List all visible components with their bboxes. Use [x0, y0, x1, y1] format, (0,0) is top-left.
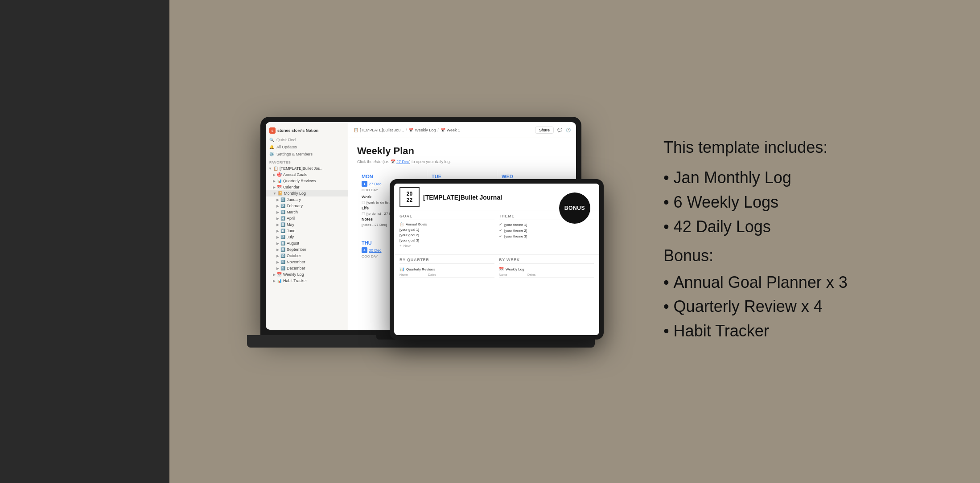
tablet-goal-3: [your goal 3]: [399, 238, 494, 242]
list-item-text: 6 Weekly Logs: [674, 192, 778, 213]
sidebar-item-monthly-log[interactable]: ▼ 📔 Monthly Log: [266, 190, 348, 196]
tablet-week-section: BY WEEK 📅 Weekly Log Name Dates: [499, 258, 594, 278]
right-content: This template includes: Jan Monthly Log …: [663, 138, 848, 345]
goal-1-label: [your goal 1]: [399, 228, 419, 232]
tablet-theme-2: ✓ [your theme 2]: [499, 228, 594, 233]
date-badge-thu: 4: [362, 247, 367, 253]
breadcrumb-weekly-log[interactable]: 📅 Weekly Log: [408, 128, 436, 132]
date-link-mon[interactable]: 27 Dec: [369, 182, 382, 186]
sidebar-item-september[interactable]: ▶ 9️⃣ September: [266, 246, 348, 253]
list-item-text: 42 Daily Logs: [674, 217, 771, 237]
tablet-title: [TEMPLATE]Bullet Journal: [423, 194, 502, 201]
breadcrumb-template[interactable]: 📋 [TEMPLATE]Bullet Jou...: [354, 128, 404, 132]
sidebar-item-january[interactable]: ▶ 1️⃣ January: [266, 196, 348, 203]
workspace-header[interactable]: S stories store's Notion: [266, 126, 348, 135]
goal-3-label: [your goal 3]: [399, 238, 419, 242]
date-link[interactable]: 27 Dec: [396, 160, 409, 164]
toggle-icon: ▶: [273, 273, 276, 277]
tablet-theme-1: ✓ [your theme 1]: [499, 222, 594, 227]
bonus-item-text: Habit Tracker: [674, 321, 769, 342]
toggle-icon: ▶: [276, 254, 279, 258]
page-subtitle: Click the date (i.e. 📅 27 Dec) to open y…: [357, 160, 567, 164]
settings-action[interactable]: ⚙️ Settings & Members: [266, 151, 348, 158]
sidebar-item-march[interactable]: ▶ 3️⃣ March: [266, 209, 348, 215]
sidebar-march-label: March: [287, 210, 298, 214]
week-table-header: Name Dates: [499, 272, 594, 278]
day-label-mon: MON: [362, 174, 422, 179]
tablet-add-row[interactable]: + New: [399, 244, 494, 248]
check-icon: ✓: [499, 234, 502, 238]
annual-goals-label: Annual Goals: [406, 222, 427, 226]
sidebar-quarterly-label: Quarterly Reviews: [283, 179, 316, 183]
toggle-icon: ▶: [273, 279, 276, 283]
sidebar-weekly-log-label: Weekly Log: [283, 272, 304, 277]
sidebar-item-weekly-log[interactable]: ▶ 📅 Weekly Log: [266, 271, 348, 278]
quick-find-action[interactable]: 🔍 Quick Find: [266, 136, 348, 143]
name-col-header: Name: [499, 273, 526, 276]
sidebar-may-label: May: [287, 222, 294, 227]
left-panel: [0, 0, 169, 483]
right-bonus-title: Bonus:: [663, 246, 848, 265]
right-list-item-3: 42 Daily Logs: [663, 217, 848, 237]
sidebar-january-label: January: [287, 197, 301, 202]
sidebar-july-label: July: [287, 235, 294, 239]
toggle-icon: ▼: [268, 167, 272, 171]
day-label-wed: WED: [502, 174, 563, 179]
tablet-header: 2022 [TEMPLATE]Bullet Journal BONUS: [394, 184, 599, 210]
toggle-icon: ▼: [273, 192, 276, 196]
sidebar-item-november[interactable]: ▶ 1️⃣ November: [266, 259, 348, 265]
db-icon: 📊: [399, 267, 404, 271]
sidebar-item-april[interactable]: ▶ 4️⃣ April: [266, 215, 348, 221]
by-week-label: BY WEEK: [499, 258, 594, 264]
sidebar-calendar-label: Calendar: [283, 185, 300, 189]
toggle-icon: ▶: [276, 198, 279, 202]
breadcrumb-icon: 📅: [408, 128, 413, 132]
toggle-icon: ▶: [276, 217, 279, 221]
share-button[interactable]: Share: [535, 127, 554, 134]
toggle-icon: ▶: [276, 210, 279, 214]
sidebar-september-label: September: [287, 247, 306, 252]
clock-icon[interactable]: 🕐: [566, 128, 571, 132]
right-title: This template includes:: [663, 138, 848, 157]
tablet-mockup: 2022 [TEMPLATE]Bullet Journal BONUS GOAL…: [390, 179, 604, 340]
breadcrumb: 📋 [TEMPLATE]Bullet Jou... / 📅 Weekly Log…: [354, 128, 532, 132]
checkbox-icon[interactable]: ☐: [362, 212, 365, 216]
comment-icon[interactable]: 💬: [557, 128, 562, 132]
sidebar-item-template[interactable]: ▼ 📋 [TEMPLATE]Bullet Jou...: [266, 165, 348, 172]
toggle-icon: ▶: [276, 242, 279, 246]
sidebar-item-quarterly[interactable]: ▶ 📊 Quarterly Reviews: [266, 178, 348, 184]
sidebar-item-june[interactable]: ▶ 6️⃣ June: [266, 228, 348, 234]
toggle-icon: ▶: [276, 223, 279, 227]
toggle-icon: ▶: [273, 185, 276, 189]
all-updates-action[interactable]: 🔔 All Updates: [266, 143, 348, 151]
sidebar-item-october[interactable]: ▶ 🔟 October: [266, 253, 348, 259]
sidebar-item-habit-tracker[interactable]: ▶ 📊 Habit Tracker: [266, 278, 348, 284]
toggle-icon: ▶: [276, 248, 279, 252]
checkbox-icon[interactable]: ☐: [362, 201, 365, 205]
toggle-icon: ▶: [276, 235, 279, 239]
bonus-item-text: Quarterly Review x 4: [674, 296, 823, 317]
date-link-thu[interactable]: 30 Dec: [369, 248, 382, 253]
day-label-tue: TUE: [432, 174, 492, 179]
right-list: Jan Monthly Log 6 Weekly Logs 42 Daily L…: [663, 168, 848, 237]
theme-2-label: [your theme 2]: [504, 229, 527, 233]
sidebar-item-july[interactable]: ▶ 7️⃣ July: [266, 234, 348, 240]
sidebar-template-label: [TEMPLATE]Bullet Jou...: [280, 166, 324, 171]
sidebar-item-may[interactable]: ▶ 5️⃣ May: [266, 221, 348, 228]
sidebar-item-calendar[interactable]: ▶ 📅 Calendar: [266, 184, 348, 190]
search-icon: 🔍: [269, 138, 274, 142]
topbar-actions: Share 💬 🕐: [535, 127, 571, 134]
updates-icon: 🔔: [269, 145, 274, 149]
sidebar-item-february[interactable]: ▶ 2️⃣ February: [266, 203, 348, 209]
center-section: S stories store's Notion 🔍 Quick Find 🔔 …: [169, 0, 646, 483]
tablet-annual-goals-row: 📋 Annual Goals: [399, 222, 494, 226]
sidebar-item-august[interactable]: ▶ 8️⃣ August: [266, 240, 348, 246]
breadcrumb-week1[interactable]: 📅 Week 1: [441, 128, 460, 132]
sidebar-item-annual-goals[interactable]: ▶ 🎯 Annual Goals: [266, 172, 348, 178]
right-bonus-item-1: Annual Goal Planner x 3: [663, 272, 848, 293]
by-quarter-label: BY QUARTER: [399, 258, 494, 264]
sidebar-item-december[interactable]: ▶ 1️⃣ December: [266, 265, 348, 271]
right-bonus-list: Annual Goal Planner x 3 Quarterly Review…: [663, 272, 848, 342]
sidebar-annual-goals-label: Annual Goals: [283, 172, 307, 177]
toggle-icon: ▶: [276, 229, 279, 233]
